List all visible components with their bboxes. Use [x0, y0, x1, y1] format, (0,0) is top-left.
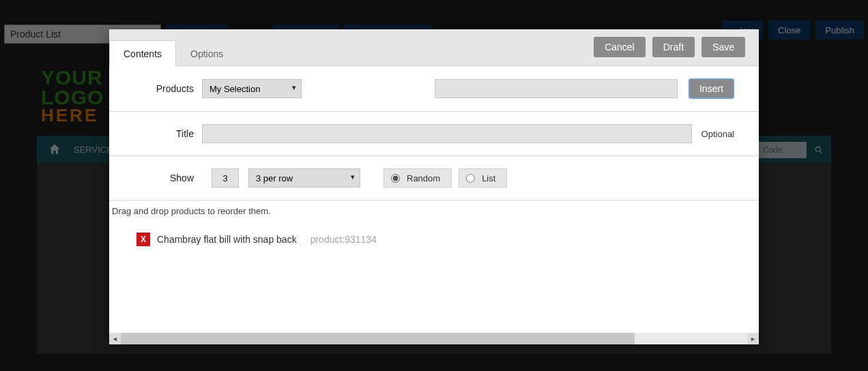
- modal-horizontal-scrollbar[interactable]: ◄ ►: [109, 333, 759, 344]
- random-radio-label: Random: [407, 173, 440, 183]
- tab-options[interactable]: Options: [176, 40, 237, 66]
- insert-button[interactable]: Insert: [689, 78, 734, 99]
- modal-scrollpane[interactable]: Contents Options Cancel Draft Save Produ…: [109, 29, 759, 333]
- modal-tab-bar: Contents Options Cancel Draft Save: [109, 29, 759, 66]
- products-row: Products My Selection Insert: [109, 66, 759, 112]
- list-item[interactable]: X Chambray flat bill with snap back prod…: [109, 222, 759, 257]
- product-id: product:931134: [310, 234, 377, 245]
- content-spacer: [109, 257, 759, 333]
- title-row: Title Optional: [109, 112, 759, 156]
- list-radio-label: List: [482, 173, 495, 183]
- h-scroll-left-icon[interactable]: ◄: [109, 333, 121, 344]
- product-name: Chambray flat bill with snap back: [157, 234, 297, 245]
- show-label: Show: [134, 173, 202, 183]
- title-optional-hint: Optional: [701, 129, 734, 139]
- tab-contents[interactable]: Contents: [109, 40, 176, 66]
- random-radio[interactable]: Random: [384, 168, 452, 188]
- show-row: Show 3 per row Random List: [109, 156, 759, 201]
- random-radio-input[interactable]: [391, 174, 400, 183]
- cancel-button[interactable]: Cancel: [594, 37, 646, 57]
- draft-button[interactable]: Draft: [652, 37, 695, 57]
- list-radio[interactable]: List: [459, 168, 507, 188]
- products-label: Products: [134, 83, 202, 94]
- title-input[interactable]: [202, 124, 692, 143]
- products-select[interactable]: My Selection: [202, 79, 302, 98]
- h-scroll-thumb[interactable]: [121, 333, 635, 344]
- h-scroll-right-icon[interactable]: ►: [747, 333, 759, 344]
- reorder-hint: Drag and drop products to reorder them.: [109, 201, 759, 222]
- show-count-input[interactable]: [212, 168, 239, 188]
- remove-product-icon[interactable]: X: [136, 233, 150, 246]
- save-button[interactable]: Save: [701, 37, 745, 57]
- title-label: Title: [134, 128, 202, 139]
- product-list-modal: Contents Options Cancel Draft Save Produ…: [109, 29, 759, 344]
- per-row-select[interactable]: 3 per row: [248, 168, 360, 188]
- h-scroll-track[interactable]: [121, 333, 747, 344]
- list-radio-input[interactable]: [466, 174, 475, 183]
- product-lookup-input[interactable]: [435, 79, 678, 98]
